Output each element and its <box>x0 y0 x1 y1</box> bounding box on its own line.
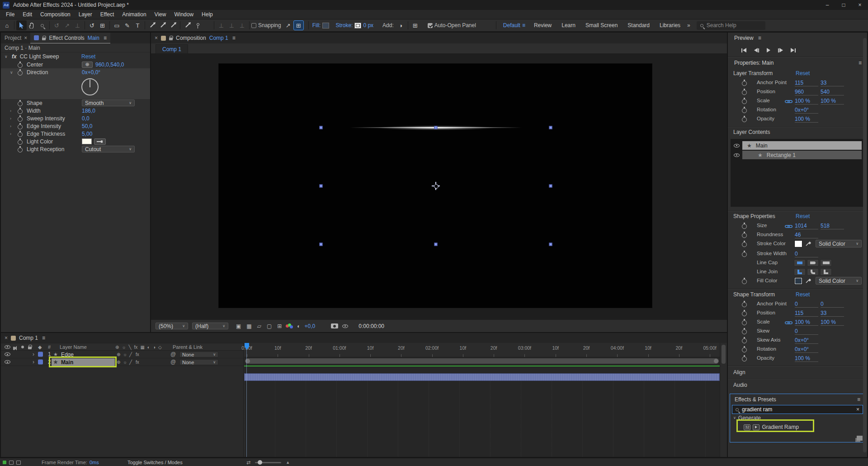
property-value[interactable]: 50,0 <box>82 123 92 129</box>
pen-tool[interactable]: ✎ <box>122 20 132 30</box>
panel-menu-icon[interactable]: ≡ <box>859 60 862 66</box>
stroke-width-value[interactable]: 0 px <box>363 22 373 29</box>
link-icon[interactable] <box>785 320 793 326</box>
twirl-icon[interactable]: › <box>10 132 17 136</box>
panel-menu-icon[interactable]: ≡ <box>857 396 860 403</box>
layer-row-edge[interactable]: ›1★Edge⊕☼╱fx@None∨ <box>1 351 243 358</box>
next-frame-button[interactable] <box>778 48 783 52</box>
handle-bottom-left[interactable] <box>320 243 323 246</box>
category-generate[interactable]: ∨ Generate <box>730 414 865 422</box>
property-value[interactable]: 1014 <box>795 223 818 229</box>
pan-camera-tool[interactable]: ↗ <box>62 20 72 30</box>
direction-dial[interactable] <box>81 78 99 95</box>
stopwatch-icon[interactable] <box>741 346 747 352</box>
line-cap-b-button[interactable] <box>807 259 819 266</box>
world-axis-mode[interactable]: ⊥ <box>226 20 237 30</box>
workspace-menu-icon[interactable]: ≡ <box>522 22 525 29</box>
workspace-small-screen[interactable]: Small Screen <box>585 22 618 29</box>
stopwatch-icon[interactable] <box>741 89 747 95</box>
view-axis-mode[interactable]: ⊥ <box>237 20 247 30</box>
fast-preview-icon[interactable]: ▣ <box>236 323 241 329</box>
eye-icon[interactable] <box>5 352 10 356</box>
panel-menu-icon[interactable]: ≡ <box>104 35 107 41</box>
fill-label[interactable]: Fill: <box>312 22 321 29</box>
brush-tool[interactable] <box>147 20 157 30</box>
zoom-tool[interactable] <box>37 20 47 30</box>
property-dropdown[interactable]: Cutout∨ <box>82 146 135 152</box>
eyedropper-icon[interactable] <box>806 278 811 285</box>
parent-dropdown[interactable]: None∨ <box>179 352 218 357</box>
stopwatch-icon[interactable] <box>741 301 747 307</box>
panel-menu-icon[interactable]: ≡ <box>758 35 761 41</box>
lock-icon[interactable] <box>169 38 173 40</box>
close-tab-icon[interactable]: × <box>5 335 8 341</box>
parent-dropdown[interactable]: None∨ <box>179 359 218 365</box>
property-value[interactable]: 0 <box>795 251 818 257</box>
solid-color-dropdown[interactable]: Solid Color∨ <box>816 277 862 285</box>
layer-contents-bar[interactable]: ★Rectangle 1 <box>742 151 862 159</box>
orbit-camera-tool[interactable]: ↺ <box>52 20 62 30</box>
eyedropper-icon[interactable] <box>806 241 811 247</box>
layer-contents-bar[interactable]: ★Main <box>742 141 862 150</box>
stopwatch-icon[interactable] <box>741 278 747 284</box>
link-icon[interactable] <box>785 223 793 230</box>
line-cap-a-button[interactable] <box>794 259 806 266</box>
stopwatch-icon[interactable] <box>17 108 23 114</box>
lock-icon[interactable] <box>42 38 46 40</box>
tab-comp-1[interactable]: Comp 1 <box>19 335 38 341</box>
menu-view[interactable]: View <box>151 10 170 19</box>
panel-menu-icon[interactable]: ≡ <box>42 335 45 341</box>
previous-frame-button[interactable] <box>754 48 759 52</box>
stopwatch-icon[interactable] <box>741 328 747 334</box>
home-icon[interactable]: ⌂ <box>2 20 12 30</box>
stopwatch-icon[interactable] <box>17 131 23 137</box>
snapping-checkbox[interactable] <box>251 23 256 28</box>
roto-brush-tool[interactable] <box>182 20 193 30</box>
twirl-icon[interactable]: › <box>10 124 17 128</box>
line-join-a-button[interactable] <box>794 268 806 276</box>
reset-link[interactable]: Reset <box>796 70 810 76</box>
shy-switch-icon[interactable]: ☼ <box>123 360 127 365</box>
layer-row-main[interactable]: ›2★Main⊕☼╱fx@None∨ <box>1 358 243 366</box>
eye-icon[interactable] <box>5 360 10 364</box>
property-value[interactable]: 540 <box>821 89 844 95</box>
menu-composition[interactable]: Composition <box>36 10 75 19</box>
property-value[interactable]: 0x+0,0° <box>82 69 100 76</box>
solid-color-dropdown[interactable]: Solid Color∨ <box>816 240 862 247</box>
property-value[interactable]: 100 % <box>795 116 818 123</box>
twirl-icon[interactable]: › <box>33 359 34 365</box>
layer-bar-main[interactable] <box>244 373 720 381</box>
property-value[interactable]: 33 <box>821 80 844 86</box>
stopwatch-icon[interactable] <box>17 146 23 152</box>
parent-link-column[interactable]: Parent & Link <box>173 344 203 350</box>
rectangle-tool[interactable]: ▭ <box>112 20 122 30</box>
property-value[interactable]: 46 <box>795 232 818 238</box>
anchor-switch-icon[interactable]: ⊕ <box>117 360 120 365</box>
panel-menu-icon[interactable]: ≡ <box>232 35 236 41</box>
fill-color-swatch[interactable] <box>322 23 329 29</box>
collapse-switch-icon[interactable]: ╱ <box>129 360 132 365</box>
twirl-icon[interactable]: › <box>33 351 34 357</box>
last-frame-button[interactable] <box>791 48 796 52</box>
layer-name-cell[interactable]: ★Main <box>52 358 115 366</box>
eraser-tool[interactable] <box>168 20 178 30</box>
handle-top-left[interactable] <box>320 126 323 129</box>
stopwatch-icon[interactable] <box>17 62 23 67</box>
snap-features-icon[interactable]: ⊞ <box>293 20 304 30</box>
property-value[interactable]: 0x+0° <box>795 107 818 114</box>
handle-top-center[interactable] <box>434 126 438 129</box>
timeline-zoom-slider[interactable] <box>255 462 281 463</box>
layer-name-column[interactable]: Layer Name <box>60 344 87 350</box>
clear-search-icon[interactable]: × <box>856 406 859 413</box>
mask-visibility-icon[interactable]: ▱ <box>257 323 261 329</box>
line-join-b-button[interactable] <box>807 268 819 276</box>
property-dropdown[interactable]: Smooth∨ <box>82 100 135 106</box>
fx-switch-icon[interactable]: fx <box>136 352 139 357</box>
stopwatch-icon[interactable] <box>17 123 23 129</box>
twirl-icon[interactable]: › <box>10 109 17 113</box>
shy-switch-icon[interactable]: ☼ <box>123 352 127 357</box>
stroke-color-swatch[interactable] <box>354 23 361 29</box>
result-gradient-ramp[interactable]: 32 Gradient Ramp <box>730 422 865 433</box>
property-value[interactable]: 5,00 <box>82 131 92 137</box>
menu-window[interactable]: Window <box>170 10 198 19</box>
